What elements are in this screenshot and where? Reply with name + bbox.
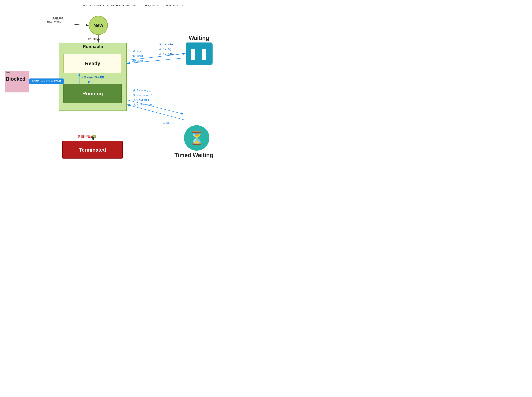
new-thread-label: new Thread(...) bbox=[47, 20, 62, 23]
check-icon: ✅ bbox=[93, 135, 96, 138]
parkNanos-label: 执行.parkNanos() bbox=[133, 102, 153, 107]
running-box: Running bbox=[63, 84, 122, 103]
stats-bar: NEW: 0, RUNNABLE: 9, BLOCKED: 0, WAITING… bbox=[0, 4, 266, 7]
yiel-label: 执行.yiel() 或 系统调度 bbox=[68, 76, 117, 79]
time-up-label: 时间到！！ bbox=[163, 122, 175, 125]
ready-box: Ready bbox=[63, 54, 122, 73]
terminated-box: Terminated bbox=[62, 141, 123, 159]
timed-waiting-box: ⏳ bbox=[184, 125, 209, 151]
new-label: New bbox=[94, 23, 103, 28]
timed-waiting-title: Timed Waiting bbox=[175, 152, 213, 159]
to-timed-labels: 执行.join( long ） 执行.sleep( long ） 执行.wait… bbox=[133, 88, 153, 107]
wait-long-label: 执行.wait( long ） bbox=[133, 98, 153, 102]
join-long-label: 执行.join( long ） bbox=[133, 88, 153, 93]
block-small-label: Block bbox=[6, 71, 10, 73]
running-label: Running bbox=[82, 91, 103, 97]
instantiate-label: 实例化线程 bbox=[52, 17, 63, 20]
complete-text: 线程执行完成 bbox=[78, 135, 93, 138]
waiting-box: ❚❚ bbox=[186, 43, 213, 65]
to-waiting-labels: 执行.join() 执行.lock() 执行.wait() bbox=[132, 49, 143, 63]
lock-label: 执行.lock() bbox=[132, 54, 143, 58]
unpark-label: 执行.unpark() bbox=[159, 42, 174, 47]
thread-constructor: Thread(...) bbox=[52, 21, 62, 23]
notify-label: 执行.notify() bbox=[159, 47, 174, 52]
notifyAll-label: 执行.notifyAll() bbox=[159, 52, 174, 57]
terminated-label: Terminated bbox=[79, 147, 106, 153]
sleep-long-label: 执行.sleep( long ） bbox=[133, 93, 153, 98]
hourglass-icon: ⏳ bbox=[189, 130, 205, 145]
pause-icon: ❚❚ bbox=[188, 48, 210, 59]
arrows-overlay bbox=[0, 0, 266, 198]
arrow-new-thread-to-new bbox=[71, 24, 88, 25]
join-label: 执行.join() bbox=[132, 49, 143, 54]
from-waiting-labels: 执行.unpark() 执行.notify() 执行.notifyAll() bbox=[159, 42, 174, 57]
waiting-title: Waiting bbox=[189, 35, 209, 41]
ready-label: Ready bbox=[85, 61, 100, 66]
start-label: 执行.start() bbox=[88, 38, 99, 41]
new-node: New bbox=[89, 16, 108, 35]
blocked-label: Blocked bbox=[6, 76, 25, 82]
wait-label: 执行.wait() bbox=[132, 58, 143, 63]
complete-label: 线程执行完成✅ bbox=[78, 135, 96, 138]
runnable-label: Runnable bbox=[59, 44, 127, 49]
new-keyword: new bbox=[47, 20, 52, 23]
stats-text: NEW: 0, RUNNABLE: 9, BLOCKED: 0, WAITING… bbox=[83, 4, 183, 7]
sync-badge: 等待执行synchronized代码块 bbox=[29, 79, 64, 84]
